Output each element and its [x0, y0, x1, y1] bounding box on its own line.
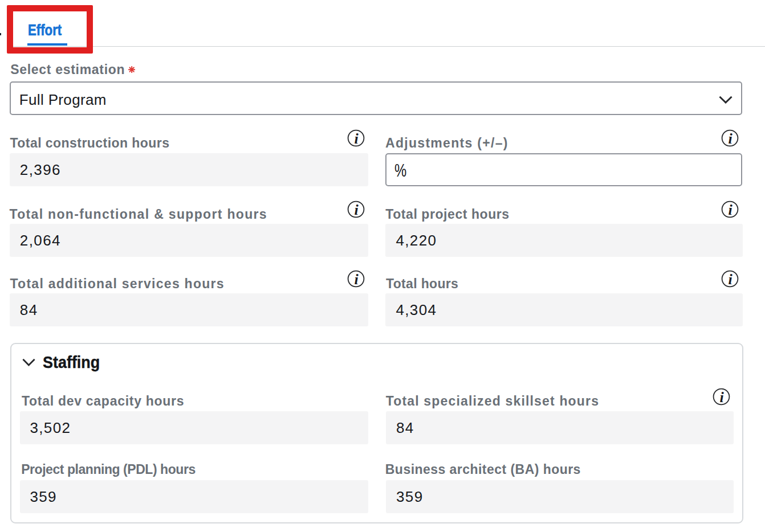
svg-text:i: i [728, 130, 733, 147]
svg-text:i: i [728, 271, 733, 288]
svg-text:i: i [354, 130, 359, 147]
svg-text:i: i [719, 388, 724, 405]
svg-text:i: i [354, 271, 359, 288]
svg-text:i: i [354, 202, 359, 218]
svg-text:i: i [728, 202, 733, 218]
